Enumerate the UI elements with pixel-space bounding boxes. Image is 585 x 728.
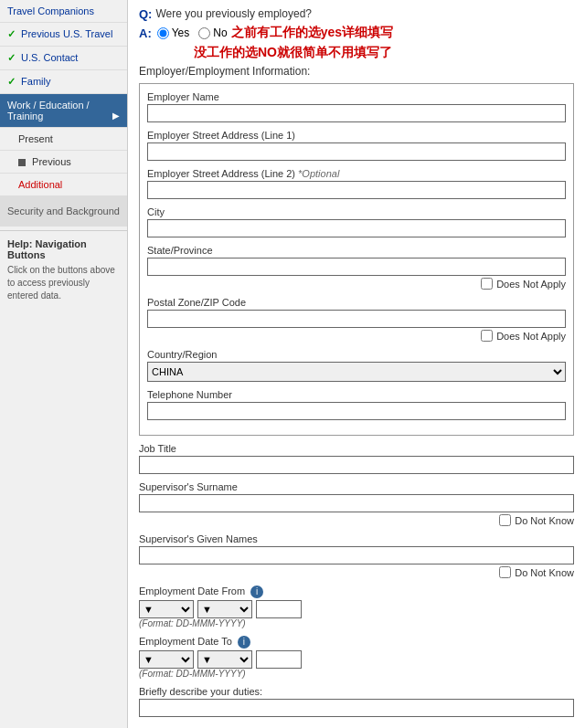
field-telephone: Telephone Number — [147, 389, 566, 420]
checkbox-do-not-know-1[interactable] — [499, 514, 511, 526]
input-year-to[interactable] — [256, 650, 302, 669]
check-icon: ✓ — [7, 76, 16, 87]
field-supervisor-surname: Supervisor's Surname Do Not Know — [139, 481, 574, 526]
a-label: A: — [139, 26, 152, 40]
does-not-apply-2-row: Does Not Apply — [147, 330, 566, 342]
label-date-from: Employment Date From i — [139, 586, 574, 598]
sidebar-item-us-contact[interactable]: ✓ U.S. Contact — [0, 47, 127, 70]
input-duties[interactable] — [139, 699, 574, 717]
help-title: Help: Navigation Buttons — [7, 238, 120, 260]
select-day-from[interactable]: ▼ — [139, 600, 194, 618]
sidebar-item-security[interactable]: Security and Background — [0, 196, 127, 227]
main-content: Q: Were you previously employed? A: Yes … — [128, 0, 585, 728]
input-supervisor-surname[interactable] — [139, 494, 574, 512]
field-street1: Employer Street Address (Line 1) — [147, 130, 566, 161]
field-city: City — [147, 206, 566, 237]
input-street1[interactable] — [147, 142, 566, 161]
label-supervisor-given: Supervisor's Given Names — [139, 533, 574, 544]
date-to-row: ▼ ▼ — [139, 650, 574, 669]
question-text: Were you previously employed? — [155, 7, 312, 20]
input-postal[interactable] — [147, 310, 566, 328]
select-day-to[interactable]: ▼ — [139, 650, 194, 669]
check-icon: ✓ — [7, 52, 16, 63]
radio-yes-label: Yes — [172, 26, 190, 39]
sidebar: Travel Companions ✓ Previous U.S. Travel… — [0, 0, 128, 728]
select-month-to[interactable]: ▼ — [197, 650, 252, 669]
sidebar-item-label: Work / Education / Training — [7, 100, 90, 121]
label-street1: Employer Street Address (Line 1) — [147, 130, 566, 141]
sidebar-subitem-label: Present — [18, 133, 53, 144]
field-street2: Employer Street Address (Line 2) *Option… — [147, 168, 566, 199]
bullet-icon — [18, 159, 26, 166]
sidebar-item-label: U.S. Contact — [21, 52, 78, 63]
radio-yes-option[interactable]: Yes — [157, 26, 190, 39]
input-state[interactable] — [147, 258, 566, 276]
sidebar-item-label: Family — [21, 76, 50, 87]
sidebar-security-label: Security and Background — [7, 206, 120, 216]
field-supervisor-given: Supervisor's Given Names Do Not Know — [139, 533, 574, 578]
checkbox-does-not-apply-1[interactable] — [481, 278, 493, 290]
label-state: State/Province — [147, 245, 566, 256]
sidebar-item-label: Travel Companions — [7, 5, 94, 16]
does-not-apply-1-row: Does Not Apply — [147, 278, 566, 290]
label-country: Country/Region — [147, 349, 566, 360]
input-supervisor-given[interactable] — [139, 546, 574, 564]
label-postal: Postal Zone/ZIP Code — [147, 297, 566, 308]
field-date-from: Employment Date From i ▼ ▼ (Format: DD-M… — [139, 586, 574, 628]
input-job-title[interactable] — [139, 456, 574, 474]
field-postal: Postal Zone/ZIP Code Does Not Apply — [147, 297, 566, 342]
chinese-annotation-2: 没工作的选NO就很简单不用填写了 — [194, 45, 574, 61]
field-job-title: Job Title — [139, 443, 574, 474]
label-date-to: Employment Date To i — [139, 636, 574, 649]
field-duties: Briefly describe your duties: — [139, 686, 574, 717]
sidebar-item-previous-us-travel[interactable]: ✓ Previous U.S. Travel — [0, 23, 127, 47]
select-month-from[interactable]: ▼ — [197, 600, 252, 618]
input-employer-name[interactable] — [147, 104, 566, 122]
label-telephone: Telephone Number — [147, 389, 566, 400]
sidebar-item-label: Previous U.S. Travel — [21, 28, 112, 39]
radio-yes[interactable] — [157, 27, 169, 39]
answer-row: A: Yes No 之前有工作的选yes详细填写 — [139, 25, 393, 41]
sidebar-item-travel-companions[interactable]: Travel Companions — [0, 0, 127, 23]
question-row: Q: Were you previously employed? — [139, 7, 574, 21]
label-employer-name: Employer Name — [147, 91, 566, 102]
label-supervisor-surname: Supervisor's Surname — [139, 481, 574, 492]
do-not-know-1-label: Do Not Know — [515, 515, 574, 526]
label-street2: Employer Street Address (Line 2) *Option… — [147, 168, 566, 179]
does-not-apply-2-label: Does Not Apply — [496, 331, 566, 342]
format-hint-from: (Format: DD-MMM-YYYY) — [139, 618, 574, 628]
input-telephone[interactable] — [147, 402, 566, 420]
do-not-know-2-row: Do Not Know — [139, 566, 574, 578]
format-hint-to: (Format: DD-MMM-YYYY) — [139, 669, 574, 679]
arrow-icon: ▶ — [112, 111, 120, 121]
radio-no[interactable] — [198, 27, 210, 39]
sidebar-subitem-label: Previous — [32, 156, 71, 167]
check-icon: ✓ — [7, 28, 16, 39]
do-not-know-1-row: Do Not Know — [139, 514, 574, 526]
input-street2[interactable] — [147, 181, 566, 199]
input-city[interactable] — [147, 219, 566, 237]
does-not-apply-1-label: Does Not Apply — [496, 279, 566, 290]
radio-no-option[interactable]: No — [198, 26, 227, 39]
optional-text: *Optional — [298, 168, 339, 179]
date-from-row: ▼ ▼ — [139, 600, 574, 618]
input-year-from[interactable] — [256, 600, 302, 618]
checkbox-does-not-apply-2[interactable] — [481, 330, 493, 342]
sidebar-subitem-present[interactable]: Present — [0, 128, 127, 151]
info-icon-date-to[interactable]: i — [238, 636, 250, 649]
radio-no-label: No — [213, 26, 227, 39]
field-employer-name: Employer Name — [147, 91, 566, 122]
info-icon-date-from[interactable]: i — [250, 586, 263, 598]
label-duties: Briefly describe your duties: — [139, 686, 574, 697]
sidebar-subitem-additional[interactable]: Additional — [0, 174, 127, 196]
sidebar-item-family[interactable]: ✓ Family — [0, 70, 127, 94]
checkbox-do-not-know-2[interactable] — [499, 566, 511, 578]
do-not-know-2-label: Do Not Know — [515, 567, 574, 578]
employer-info-label: Employer/Employment Information: — [139, 65, 574, 78]
q-label: Q: — [139, 7, 152, 21]
select-country[interactable]: CHINA — [147, 362, 566, 382]
field-date-to: Employment Date To i ▼ ▼ (Format: DD-MMM… — [139, 636, 574, 679]
sidebar-subitem-label: Additional — [18, 179, 62, 190]
sidebar-subitem-previous[interactable]: Previous — [0, 151, 127, 174]
sidebar-item-work-education[interactable]: Work / Education / Training ▶ — [0, 94, 127, 128]
